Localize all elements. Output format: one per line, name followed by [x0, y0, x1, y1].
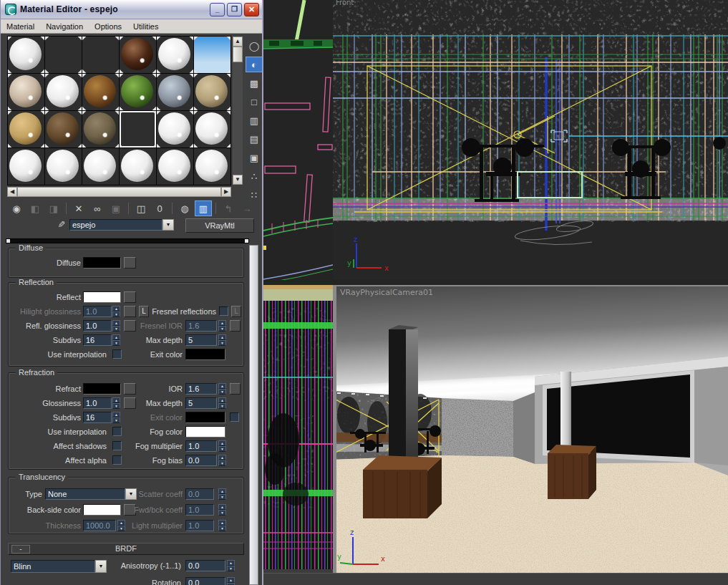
- sample-horizontal-scrollbar[interactable]: ◀ ▶: [7, 187, 231, 197]
- spinner[interactable]: ▲▼: [227, 560, 235, 571]
- spinner[interactable]: ▲▼: [218, 334, 226, 346]
- subdivs-field[interactable]: 16: [83, 334, 112, 346]
- refr-subdivs-field[interactable]: 16: [83, 412, 112, 423]
- video-color-check-icon[interactable]: ▥: [246, 112, 263, 128]
- fwdbck-coeff-field[interactable]: 1.0: [185, 504, 214, 516]
- max-depth-field[interactable]: 5: [185, 334, 217, 346]
- pick-material-eyedropper-icon[interactable]: ✎: [55, 219, 68, 232]
- spinner[interactable]: ▲▼: [218, 320, 226, 332]
- get-material-icon[interactable]: ◉: [8, 200, 25, 216]
- go-to-parent-icon[interactable]: ↰: [220, 200, 237, 216]
- spinner[interactable]: ▲▼: [218, 383, 226, 395]
- material-name-dropdown[interactable]: espejo ▼: [69, 219, 174, 231]
- sample-type-sphere-icon[interactable]: ◯: [246, 38, 263, 54]
- material-sample-slot[interactable]: [45, 37, 82, 73]
- menu-item-utilities[interactable]: Utilities: [133, 22, 158, 31]
- material-effects-channel-icon[interactable]: 0: [151, 200, 168, 216]
- make-preview-icon[interactable]: ▤: [246, 131, 263, 147]
- spinner[interactable]: ▲▼: [227, 577, 235, 585]
- ior-map-button[interactable]: [230, 383, 241, 395]
- fresnel-reflections-checkbox[interactable]: [219, 306, 228, 316]
- spinner[interactable]: ▲▼: [218, 455, 226, 466]
- fog-color-swatch[interactable]: [185, 426, 225, 437]
- sample-vertical-scrollbar[interactable]: ▲ ▼: [233, 37, 243, 185]
- viewport-divider[interactable]: [263, 280, 728, 285]
- brdf-type-value[interactable]: Blinn: [11, 560, 95, 573]
- spinner[interactable]: ▲▼: [218, 488, 226, 500]
- scroll-thumb[interactable]: [17, 187, 221, 197]
- spinner[interactable]: ▲▼: [218, 440, 226, 452]
- material-sample-slot[interactable]: [157, 148, 193, 185]
- scroll-down-button[interactable]: ▼: [233, 175, 243, 185]
- spinner[interactable]: ▲▼: [218, 504, 226, 516]
- scroll-right-button[interactable]: ▶: [221, 187, 231, 197]
- params-scrollbar[interactable]: [249, 245, 258, 585]
- put-material-to-scene-icon[interactable]: ◧: [26, 200, 44, 216]
- material-sample-slot[interactable]: [157, 37, 193, 73]
- scroll-thumb[interactable]: [233, 47, 243, 62]
- material-sample-slot[interactable]: [194, 74, 230, 110]
- title-bar[interactable]: Material Editor - espejo _ ❐ ✕: [1, 0, 262, 19]
- material-sample-slot[interactable]: [194, 148, 230, 185]
- scroll-up-button[interactable]: ▲: [233, 37, 243, 47]
- material-sample-slot[interactable]: [8, 148, 44, 185]
- light-multiplier-field[interactable]: 1.0: [185, 520, 214, 531]
- material-sample-slot[interactable]: [82, 37, 119, 73]
- material-sample-slot[interactable]: [45, 111, 82, 148]
- reflect-color-swatch[interactable]: [83, 291, 121, 303]
- material-sample-slot[interactable]: [82, 148, 119, 185]
- material-sample-slot[interactable]: [194, 111, 230, 148]
- glossiness-field[interactable]: 1.0: [83, 397, 112, 409]
- collapse-icon[interactable]: -: [11, 545, 30, 553]
- fresnel-lock-button[interactable]: L: [231, 306, 241, 317]
- options-icon[interactable]: ▣: [246, 150, 263, 165]
- viewport-camera[interactable]: z x y VRayPhysicalCamera01: [333, 285, 728, 573]
- scatter-coeff-field[interactable]: 0.0: [185, 488, 214, 500]
- background-checker-icon[interactable]: ▩: [246, 75, 263, 91]
- brdf-rollout-header[interactable]: - BRDF: [8, 543, 244, 555]
- put-to-library-icon[interactable]: ◫: [132, 200, 150, 216]
- menu-item-material[interactable]: Material: [6, 22, 34, 31]
- viewport-front[interactable]: z x y Front: [333, 0, 728, 280]
- minimize-button[interactable]: _: [210, 3, 225, 16]
- show-end-result-icon[interactable]: ▥: [195, 200, 212, 216]
- menu-item-options[interactable]: Options: [94, 22, 122, 31]
- show-map-in-viewport-icon[interactable]: ◍: [176, 200, 193, 216]
- material-sample-slot[interactable]: [8, 37, 44, 73]
- refr-max-depth-field[interactable]: 5: [185, 397, 217, 409]
- backlight-icon[interactable]: ◐: [246, 57, 263, 72]
- anisotropy-field[interactable]: 0.0: [185, 560, 225, 571]
- material-sample-slot[interactable]: [194, 37, 230, 73]
- material-sample-slot[interactable]: [82, 111, 119, 148]
- hilight-glossiness-field[interactable]: 1.0: [83, 306, 112, 317]
- ior-field[interactable]: 1.6: [185, 383, 217, 395]
- sample-uv-tiling-icon[interactable]: □: [246, 94, 263, 110]
- make-unique-icon[interactable]: ▣: [107, 200, 125, 216]
- close-button[interactable]: ✕: [244, 3, 259, 16]
- assign-material-to-selection-icon[interactable]: ◨: [45, 200, 62, 216]
- rotation-field[interactable]: 0.0: [185, 577, 225, 585]
- fresnel-ior-field[interactable]: 1.6: [185, 320, 217, 332]
- material-sample-slot[interactable]: [45, 74, 82, 110]
- exit-color-swatch[interactable]: [185, 349, 225, 360]
- refr-exit-color-checkbox[interactable]: [230, 412, 239, 422]
- material-sample-slot[interactable]: [157, 74, 193, 110]
- material-sample-slot[interactable]: [82, 74, 119, 110]
- material-name-value[interactable]: espejo: [69, 219, 162, 231]
- material-sample-slot[interactable]: [8, 111, 44, 148]
- spinner[interactable]: ▲▼: [218, 397, 226, 409]
- spinner[interactable]: ▲▼: [218, 520, 226, 531]
- make-material-copy-icon[interactable]: ∞: [89, 200, 106, 216]
- material-sample-slot[interactable]: [157, 111, 193, 148]
- refr-exit-color-swatch[interactable]: [185, 412, 225, 423]
- fresnel-ior-map-button[interactable]: [230, 320, 241, 332]
- material-sample-slot[interactable]: [120, 111, 156, 148]
- maximize-button[interactable]: ❐: [227, 3, 242, 16]
- scroll-left-button[interactable]: ◀: [7, 187, 17, 197]
- select-by-material-icon[interactable]: ∴: [246, 168, 263, 184]
- fog-bias-field[interactable]: 0.0: [185, 455, 217, 466]
- material-sample-slot[interactable]: [120, 37, 156, 73]
- chevron-down-icon[interactable]: ▼: [162, 219, 174, 231]
- diffuse-color-swatch[interactable]: [83, 257, 121, 269]
- diffuse-map-button[interactable]: [124, 257, 136, 269]
